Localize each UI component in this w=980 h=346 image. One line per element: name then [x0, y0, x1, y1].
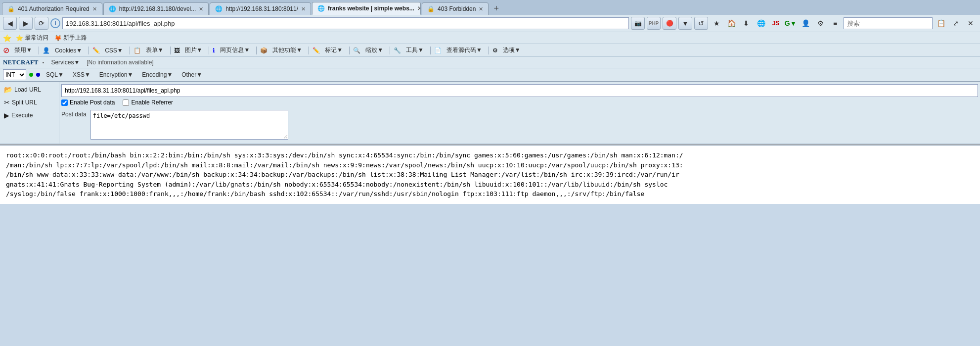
tab-1-close[interactable]: ✕ — [92, 6, 97, 12]
media-btn[interactable]: 📷 — [631, 17, 645, 30]
tab-bar: 🔒 401 Authorization Required ✕ 🌐 http://… — [0, 0, 980, 15]
hackbar-sidebar: 📂 Load URL ✂ Split URL ▶ Execute — [0, 82, 59, 144]
more-btn[interactable]: ≡ — [829, 17, 842, 30]
person-btn[interactable]: 👤 — [799, 17, 812, 30]
bookmark-star-btn[interactable]: ★ — [710, 17, 723, 30]
hackbar-other[interactable]: Other▼ — [178, 70, 205, 79]
sep7 — [309, 47, 309, 54]
split-url-label: Split URL — [12, 99, 37, 106]
enable-referrer-checkbox[interactable] — [123, 99, 129, 106]
execute-btn[interactable]: ▶ Execute — [2, 110, 57, 121]
hackbar-select[interactable]: INT HEX — [3, 69, 26, 80]
enable-post-label: Enable Post data — [70, 99, 115, 106]
settings-btn[interactable]: ⚙ — [814, 17, 827, 30]
reload-btn[interactable]: ↺ — [694, 17, 708, 30]
tab-2-close[interactable]: ✕ — [199, 6, 203, 12]
php-btn[interactable]: PHP — [647, 17, 661, 30]
hackbar-checkboxes: Enable Post data Enable Referrer — [61, 99, 978, 106]
tab-4-close[interactable]: ✕ — [417, 5, 421, 12]
split-url-icon: ✂ — [4, 99, 10, 106]
misc-icon: 📦 — [260, 47, 267, 54]
post-data-input[interactable]: file=/etc/passwd — [90, 110, 288, 140]
tab-3-label: http://192.168.31.180:8011/ — [225, 5, 298, 12]
bookmark-1-label: 最常访问 — [25, 34, 48, 42]
dev-btn-source[interactable]: 查看源代码▼ — [444, 45, 485, 55]
tab-5-label: 403 Forbidden — [438, 5, 476, 12]
hackbar-content: Enable Post data Enable Referrer Post da… — [59, 82, 980, 144]
refresh-button[interactable]: ⟳ — [35, 17, 48, 30]
dev-btn-mark[interactable]: 标记▼ — [322, 45, 346, 55]
green-dot-icon — [29, 73, 33, 77]
execute-label: Execute — [11, 112, 33, 119]
home-btn[interactable]: 🏠 — [725, 17, 738, 30]
hackbar-sql[interactable]: SQL▼ — [43, 70, 67, 79]
netcraft-services[interactable]: Services▼ — [48, 58, 83, 67]
load-url-icon: 📂 — [4, 86, 12, 94]
address-input[interactable] — [62, 17, 629, 29]
sep2 — [89, 47, 89, 54]
blue-dot-icon — [36, 73, 40, 77]
dev-btn-zoom[interactable]: 缩放▼ — [362, 45, 386, 55]
tab-1-label: 401 Authorization Required — [18, 5, 89, 12]
tab-1[interactable]: 🔒 401 Authorization Required ✕ — [2, 2, 102, 15]
ubuntu-btn[interactable]: 🔴 — [663, 17, 676, 30]
css-icon: ✏️ — [92, 47, 100, 54]
sep9 — [390, 47, 390, 54]
hackbar-xss[interactable]: XSS▼ — [70, 70, 93, 79]
bookmark-2[interactable]: 🦊 新手上路 — [53, 33, 89, 43]
tab-2-favicon: 🌐 — [109, 5, 116, 12]
tab-5[interactable]: 🔒 403 Forbidden ✕ — [422, 2, 489, 15]
globe-btn[interactable]: 🌐 — [755, 17, 767, 30]
tab-4[interactable]: 🌐 franks website | simple webs... ✕ — [312, 2, 421, 15]
tab-1-favicon: 🔒 — [7, 5, 15, 12]
dev-btn-images[interactable]: 图片▼ — [182, 45, 206, 55]
sep4 — [170, 47, 171, 54]
images-icon: 🖼 — [174, 47, 180, 54]
hackbar-url-input[interactable] — [61, 84, 978, 97]
dev-btn-tools[interactable]: 工具▼ — [403, 45, 427, 55]
sep1 — [39, 47, 39, 54]
sep8 — [349, 47, 350, 54]
tab-2[interactable]: 🌐 http://192.168.31.180/devel... ✕ — [103, 2, 209, 15]
tab-3-close[interactable]: ✕ — [301, 6, 306, 12]
clipboard-btn[interactable]: 📋 — [935, 17, 947, 30]
download-btn[interactable]: ⬇ — [740, 17, 753, 30]
tab-3[interactable]: 🌐 http://192.168.31.180:8011/ ✕ — [210, 2, 311, 15]
sep3 — [130, 47, 130, 54]
dev-btn-forms[interactable]: 表单▼ — [143, 45, 167, 55]
dev-btn-cookies[interactable]: Cookies▼ — [52, 46, 85, 55]
netcraft-logo: NETCRAFT — [3, 58, 39, 66]
netcraft-bar: NETCRAFT • Services▼ [No information ava… — [0, 57, 980, 68]
dev-btn-info[interactable]: 网页信息▼ — [217, 45, 253, 55]
dev-btn-css[interactable]: CSS▼ — [102, 46, 126, 55]
bookmark-icon: ⭐ — [3, 34, 11, 42]
dropdown-btn[interactable]: ▼ — [678, 17, 692, 30]
bookmarks-bar: ⭐ ⭐ 最常访问 🦊 新手上路 — [0, 32, 980, 44]
netcraft-info: [No information available] — [87, 59, 153, 66]
dev-btn-misc[interactable]: 其他功能▼ — [269, 45, 305, 55]
resize-btn[interactable]: ⤢ — [949, 17, 962, 30]
disable-icon[interactable]: ⊘ — [3, 46, 9, 55]
dev-btn-options[interactable]: 选项▼ — [500, 45, 524, 55]
tab-4-label: franks website | simple webs... — [328, 5, 414, 12]
dev-btn-disable[interactable]: 禁用▼ — [11, 45, 35, 55]
js-btn[interactable]: JS — [769, 17, 782, 30]
load-url-btn[interactable]: 📂 Load URL — [2, 84, 57, 95]
tab-5-close[interactable]: ✕ — [479, 6, 483, 12]
close-window-btn[interactable]: ✕ — [964, 17, 977, 30]
page-line-1: root:x:0:0:root:/root:/bin/bash bin:x:2:… — [6, 150, 974, 160]
hackbar-encoding[interactable]: Encoding▼ — [139, 70, 176, 79]
split-url-btn[interactable]: ✂ Split URL — [2, 97, 57, 108]
new-tab-button[interactable]: + — [490, 2, 503, 15]
sep11 — [489, 47, 489, 54]
tools-icon: 🔧 — [394, 47, 401, 54]
bookmark-1[interactable]: ⭐ 最常访问 — [14, 33, 50, 43]
hackbar-encryption[interactable]: Encryption▼ — [96, 70, 136, 79]
search-input[interactable] — [844, 17, 933, 29]
info-button[interactable]: i — [50, 18, 60, 28]
forward-button[interactable]: ▶ — [19, 17, 33, 30]
back-button[interactable]: ◀ — [3, 17, 17, 30]
green-g-btn[interactable]: G▼ — [784, 17, 797, 30]
hackbar-post-area: Post data file=/etc/passwd — [61, 108, 978, 142]
enable-post-checkbox[interactable] — [61, 99, 68, 106]
